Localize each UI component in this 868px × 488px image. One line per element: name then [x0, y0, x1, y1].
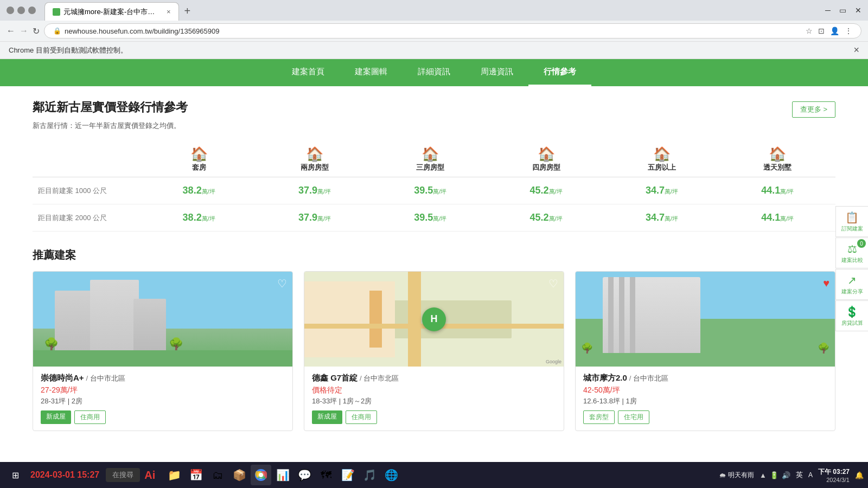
card-1-tag-commercial: 住商用 [74, 410, 106, 424]
taskbar-time: 下午 03:27 [818, 467, 850, 477]
card-2-price: 價格待定 [312, 386, 556, 395]
taskbar-app-2[interactable]: 📅 [186, 465, 206, 485]
network-icon[interactable]: ▲ [760, 471, 767, 479]
nav-item-home[interactable]: 建案首頁 [277, 59, 340, 86]
card-1-body: 崇德時尚A+ / 台中市北區 27-29萬/坪 28-31坪 | 2房 新成屋 … [33, 367, 292, 431]
unit-2000-3: 萬/坪 [549, 215, 563, 222]
close-icon[interactable]: ✕ [855, 6, 861, 15]
taskbar-app-7[interactable]: 🗺 [316, 465, 336, 485]
price-1000-villa: 44.1 [761, 185, 780, 196]
nav-item-details[interactable]: 詳細資訊 [403, 59, 465, 86]
forward-button[interactable]: → [20, 26, 28, 36]
card-3-heart[interactable]: ♥ [823, 277, 829, 290]
window-close[interactable] [28, 7, 36, 14]
taskbar-ime: A [808, 471, 813, 479]
window-control-buttons: ─ ▭ ✕ [825, 6, 861, 15]
nav-item-gallery[interactable]: 建案圖輯 [340, 59, 403, 86]
col-two-room: 🏠 兩房房型 [257, 142, 372, 177]
sidebar-compare[interactable]: ⚖ 0 建案比較 [835, 237, 868, 268]
window-maximize[interactable] [17, 7, 25, 14]
taskbar-date: 2024/3/1 [818, 477, 850, 483]
address-bar-row: ← → ↻ 🔒 newhouse.housefun.com.tw/buildin… [0, 21, 868, 42]
three-room-icon: 🏠 [378, 146, 483, 163]
taskbar-apps: 📁 📅 🗂 📦 📊 💬 🗺 📝 🎵 🌐 [164, 465, 401, 485]
menu-icon[interactable]: ⋮ [845, 27, 852, 35]
mortgage-icon: 💲 [845, 305, 859, 318]
back-button[interactable]: ← [7, 26, 15, 36]
volume-icon[interactable]: 🔊 [782, 471, 790, 479]
sidebar-subscribe[interactable]: 📋 訂閱建案 [835, 206, 868, 237]
price-1000-5r: 34.7 [646, 185, 665, 196]
card-1-sep: / [86, 374, 90, 382]
taskbar-app-3[interactable]: 🗂 [207, 465, 228, 485]
price-1000-4r: 45.2 [530, 185, 549, 196]
price-2000-studio: 38.2 [183, 212, 202, 223]
new-tab-button[interactable]: + [180, 3, 195, 20]
taskbar-search-area[interactable]: 在搜尋 [106, 468, 140, 482]
price-1000-3r: 39.5 [414, 185, 433, 196]
card-1-name: 崇德時尚A+ [41, 373, 84, 382]
taskbar-app-8[interactable]: 📝 [337, 465, 358, 485]
subscribe-label: 訂閱建案 [841, 226, 863, 232]
taskbar-notification-center[interactable]: 🔔 [855, 471, 864, 479]
four-room-label: 四房房型 [532, 163, 560, 171]
taskbar-app-browser2[interactable]: 🌐 [381, 465, 401, 485]
restore-icon[interactable]: ▭ [839, 6, 846, 15]
card-chongde[interactable]: 🌳 🌳 ♡ 崇德時尚A+ / 台中市北區 27-29萬/坪 28-31坪 | 2… [33, 271, 293, 431]
market-header: 鄰近新古屋實價登錄行情參考 查更多 > [33, 99, 835, 118]
taskbar-lang[interactable]: 英 [796, 470, 803, 480]
lock-icon: 🔒 [53, 27, 61, 35]
taskbar-app-4[interactable]: 📦 [229, 465, 250, 485]
taskbar-app-9[interactable]: 🎵 [359, 465, 380, 485]
tab-close-icon[interactable]: × [167, 8, 171, 16]
price-2000-4r: 45.2 [530, 212, 549, 223]
sidebar-mortgage[interactable]: 💲 房貸試算 [835, 300, 868, 331]
card-2-name-row: 德鑫 G7首綻 / 台中市北區 [312, 373, 556, 383]
villa-icon: 🏠 [725, 146, 830, 163]
card-1-location: 台中市北區 [90, 374, 125, 382]
card-2-tag-new: 新成屋 [312, 410, 342, 424]
taskbar-clock: 下午 03:27 2024/3/1 [818, 467, 850, 483]
weather-icon: 🌧 [719, 471, 726, 479]
card-3-name: 城市摩方2.0 [583, 373, 627, 382]
account-icon[interactable]: 👤 [830, 27, 839, 35]
taskbar-app-chrome[interactable] [251, 465, 271, 485]
window-minimize[interactable] [7, 7, 14, 14]
col-four-room: 🏠 四房房型 [488, 142, 604, 177]
taskbar-start[interactable]: ⊞ [4, 465, 26, 485]
card-2-detail: 18-33坪 | 1房～2房 [312, 396, 556, 406]
compare-badge: 0 [857, 239, 866, 248]
card-1-tags: 新成屋 住商用 [41, 410, 285, 424]
bookmark-icon[interactable]: ☆ [806, 27, 813, 35]
address-input[interactable]: 🔒 newhouse.housefun.com.tw/building/1356… [44, 23, 861, 38]
card-1-heart[interactable]: ♡ [277, 277, 287, 290]
taskbar-app-6[interactable]: 💬 [294, 465, 315, 485]
four-room-icon: 🏠 [494, 146, 598, 163]
nav-item-market[interactable]: 行情參考 [528, 59, 591, 86]
taskbar-app-1[interactable]: 📁 [164, 465, 184, 485]
taskbar-weather: 🌧 明天有雨 [719, 471, 754, 480]
taskbar-app-5[interactable]: 📊 [272, 465, 293, 485]
card-2-image: H Google ♡ [304, 272, 564, 367]
sidebar-share[interactable]: ↗ 建案分享 [835, 269, 868, 300]
card-citymofang[interactable]: 🌳 🌳 ♥ 城市摩方2.0 / 台中市北區 42-50萬/坪 12.6-13.8… [575, 271, 835, 431]
card-3-body: 城市摩方2.0 / 台中市北區 42-50萬/坪 12.6-13.8坪 | 1房… [576, 367, 835, 431]
cast-icon[interactable]: ⊡ [818, 27, 825, 35]
active-tab[interactable]: 元城擁more-新建案-台中市北區 × [44, 2, 179, 21]
nav-item-nearby[interactable]: 周邊資訊 [465, 59, 528, 86]
reload-button[interactable]: ↻ [33, 26, 40, 36]
five-plus-label: 五房以上 [648, 163, 676, 171]
market-title: 鄰近新古屋實價登錄行情參考 [33, 99, 188, 115]
col-villa: 🏠 透天別墅 [720, 142, 835, 177]
minimize-icon[interactable]: ─ [825, 6, 831, 15]
notification-close-button[interactable]: × [853, 44, 859, 56]
svg-point-2 [259, 473, 263, 477]
taskbar-right: 🌧 明天有雨 ▲ 🔋 🔊 英 A 下午 03:27 2024/3/1 🔔 [719, 467, 864, 483]
card-2-heart[interactable]: ♡ [548, 277, 558, 290]
see-more-button[interactable]: 查更多 > [792, 101, 835, 118]
subscribe-icon: 📋 [845, 211, 859, 224]
recommend-title: 推薦建案 [33, 248, 835, 262]
card-3-price: 42-50萬/坪 [583, 386, 827, 395]
card-dexin[interactable]: H Google ♡ 德鑫 G7首綻 / 台中市北區 價格待定 18-33坪 |… [304, 271, 564, 431]
three-room-label: 三房房型 [416, 163, 444, 171]
